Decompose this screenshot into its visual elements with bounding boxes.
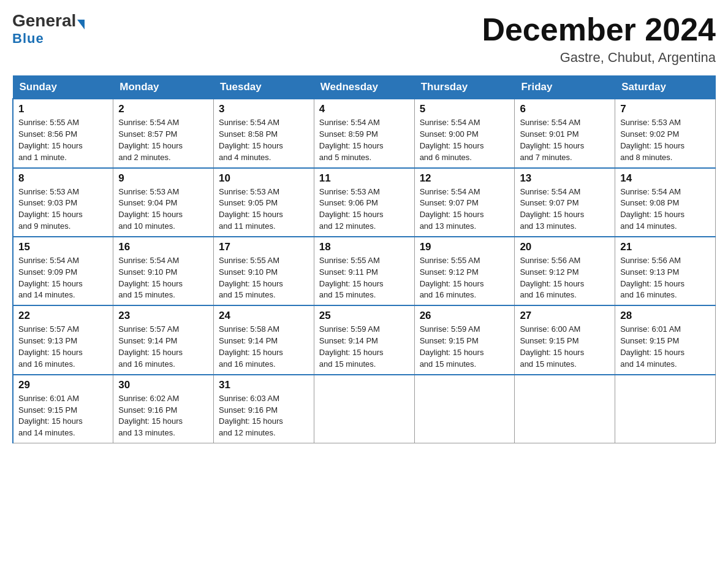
day-cell: 2Sunrise: 5:54 AMSunset: 8:57 PMDaylight… xyxy=(113,99,214,167)
month-title: December 2024 xyxy=(482,12,716,47)
day-info: Sunrise: 5:57 AMSunset: 9:13 PMDaylight:… xyxy=(18,324,108,370)
day-cell: 30Sunrise: 6:02 AMSunset: 9:16 PMDayligh… xyxy=(113,375,214,443)
day-cell: 24Sunrise: 5:58 AMSunset: 9:14 PMDayligh… xyxy=(214,305,314,374)
day-number: 21 xyxy=(620,241,710,253)
day-info: Sunrise: 5:54 AMSunset: 9:08 PMDaylight:… xyxy=(620,186,710,232)
week-row-1: 1Sunrise: 5:55 AMSunset: 8:56 PMDaylight… xyxy=(13,99,716,167)
day-cell: 20Sunrise: 5:56 AMSunset: 9:12 PMDayligh… xyxy=(515,237,615,305)
day-cell: 25Sunrise: 5:59 AMSunset: 9:14 PMDayligh… xyxy=(314,305,414,374)
day-info: Sunrise: 6:02 AMSunset: 9:16 PMDaylight:… xyxy=(118,393,208,439)
day-cell: 3Sunrise: 5:54 AMSunset: 8:58 PMDaylight… xyxy=(214,99,314,167)
day-number: 5 xyxy=(420,103,510,115)
day-info: Sunrise: 5:58 AMSunset: 9:14 PMDaylight:… xyxy=(219,324,309,370)
day-cell: 11Sunrise: 5:53 AMSunset: 9:06 PMDayligh… xyxy=(314,168,414,237)
day-cell: 6Sunrise: 5:54 AMSunset: 9:01 PMDaylight… xyxy=(515,99,615,167)
day-info: Sunrise: 5:53 AMSunset: 9:03 PMDaylight:… xyxy=(18,186,108,232)
day-info: Sunrise: 5:55 AMSunset: 9:10 PMDaylight:… xyxy=(219,255,309,301)
day-info: Sunrise: 5:54 AMSunset: 9:07 PMDaylight:… xyxy=(520,186,610,232)
day-number: 22 xyxy=(18,310,108,322)
day-cell xyxy=(615,375,716,443)
day-cell: 10Sunrise: 5:53 AMSunset: 9:05 PMDayligh… xyxy=(214,168,314,237)
week-row-3: 15Sunrise: 5:54 AMSunset: 9:09 PMDayligh… xyxy=(13,237,716,305)
header-tuesday: Tuesday xyxy=(214,76,314,99)
week-row-2: 8Sunrise: 5:53 AMSunset: 9:03 PMDaylight… xyxy=(13,168,716,237)
day-cell xyxy=(314,375,414,443)
day-info: Sunrise: 5:59 AMSunset: 9:15 PMDaylight:… xyxy=(420,324,510,370)
day-info: Sunrise: 5:56 AMSunset: 9:13 PMDaylight:… xyxy=(620,255,710,301)
header-sunday: Sunday xyxy=(13,76,113,99)
day-number: 13 xyxy=(520,172,610,185)
logo-general: General xyxy=(12,11,76,30)
day-info: Sunrise: 6:01 AMSunset: 9:15 PMDaylight:… xyxy=(18,393,108,439)
day-number: 11 xyxy=(319,172,409,185)
day-number: 12 xyxy=(420,172,510,185)
day-info: Sunrise: 5:54 AMSunset: 9:10 PMDaylight:… xyxy=(118,255,208,301)
logo-arrow-icon xyxy=(77,20,85,29)
day-number: 16 xyxy=(118,241,208,253)
logo: General Blue xyxy=(12,12,85,47)
day-number: 19 xyxy=(420,241,510,253)
page-header: General Blue December 2024 Gastre, Chubu… xyxy=(12,12,716,66)
day-number: 30 xyxy=(118,379,208,391)
day-cell: 14Sunrise: 5:54 AMSunset: 9:08 PMDayligh… xyxy=(615,168,716,237)
calendar-table: SundayMondayTuesdayWednesdayThursdayFrid… xyxy=(12,75,716,443)
day-number: 9 xyxy=(118,172,208,185)
day-cell: 18Sunrise: 5:55 AMSunset: 9:11 PMDayligh… xyxy=(314,237,414,305)
day-info: Sunrise: 5:54 AMSunset: 8:59 PMDaylight:… xyxy=(319,117,409,163)
day-cell: 17Sunrise: 5:55 AMSunset: 9:10 PMDayligh… xyxy=(214,237,314,305)
day-number: 1 xyxy=(18,103,108,115)
day-number: 3 xyxy=(219,103,309,115)
day-info: Sunrise: 5:55 AMSunset: 8:56 PMDaylight:… xyxy=(18,117,108,163)
day-cell xyxy=(515,375,615,443)
day-cell: 21Sunrise: 5:56 AMSunset: 9:13 PMDayligh… xyxy=(615,237,716,305)
day-cell: 22Sunrise: 5:57 AMSunset: 9:13 PMDayligh… xyxy=(13,305,113,374)
day-info: Sunrise: 5:53 AMSunset: 9:05 PMDaylight:… xyxy=(219,186,309,232)
day-cell: 9Sunrise: 5:53 AMSunset: 9:04 PMDaylight… xyxy=(113,168,214,237)
day-cell: 1Sunrise: 5:55 AMSunset: 8:56 PMDaylight… xyxy=(13,99,113,167)
logo-blue: Blue xyxy=(12,31,44,47)
day-number: 26 xyxy=(420,310,510,322)
day-cell: 5Sunrise: 5:54 AMSunset: 9:00 PMDaylight… xyxy=(414,99,515,167)
day-number: 8 xyxy=(18,172,108,185)
day-number: 31 xyxy=(219,379,309,391)
day-number: 7 xyxy=(620,103,710,115)
title-block: December 2024 Gastre, Chubut, Argentina xyxy=(482,12,716,66)
day-number: 2 xyxy=(118,103,208,115)
day-cell: 23Sunrise: 5:57 AMSunset: 9:14 PMDayligh… xyxy=(113,305,214,374)
day-cell: 31Sunrise: 6:03 AMSunset: 9:16 PMDayligh… xyxy=(214,375,314,443)
day-cell xyxy=(414,375,515,443)
calendar-header-row: SundayMondayTuesdayWednesdayThursdayFrid… xyxy=(13,76,716,99)
day-cell: 12Sunrise: 5:54 AMSunset: 9:07 PMDayligh… xyxy=(414,168,515,237)
location: Gastre, Chubut, Argentina xyxy=(482,50,716,66)
day-number: 10 xyxy=(219,172,309,185)
day-number: 24 xyxy=(219,310,309,322)
day-number: 29 xyxy=(18,379,108,391)
day-cell: 16Sunrise: 5:54 AMSunset: 9:10 PMDayligh… xyxy=(113,237,214,305)
day-info: Sunrise: 5:54 AMSunset: 8:58 PMDaylight:… xyxy=(219,117,309,163)
day-info: Sunrise: 5:55 AMSunset: 9:11 PMDaylight:… xyxy=(319,255,409,301)
day-number: 4 xyxy=(319,103,409,115)
header-wednesday: Wednesday xyxy=(314,76,414,99)
header-saturday: Saturday xyxy=(615,76,716,99)
day-info: Sunrise: 6:00 AMSunset: 9:15 PMDaylight:… xyxy=(520,324,610,370)
day-cell: 4Sunrise: 5:54 AMSunset: 8:59 PMDaylight… xyxy=(314,99,414,167)
day-info: Sunrise: 5:57 AMSunset: 9:14 PMDaylight:… xyxy=(118,324,208,370)
day-cell: 19Sunrise: 5:55 AMSunset: 9:12 PMDayligh… xyxy=(414,237,515,305)
header-monday: Monday xyxy=(113,76,214,99)
day-info: Sunrise: 5:54 AMSunset: 9:09 PMDaylight:… xyxy=(18,255,108,301)
day-cell: 8Sunrise: 5:53 AMSunset: 9:03 PMDaylight… xyxy=(13,168,113,237)
day-number: 15 xyxy=(18,241,108,253)
day-info: Sunrise: 5:56 AMSunset: 9:12 PMDaylight:… xyxy=(520,255,610,301)
day-info: Sunrise: 5:55 AMSunset: 9:12 PMDaylight:… xyxy=(420,255,510,301)
day-cell: 15Sunrise: 5:54 AMSunset: 9:09 PMDayligh… xyxy=(13,237,113,305)
day-info: Sunrise: 5:59 AMSunset: 9:14 PMDaylight:… xyxy=(319,324,409,370)
day-info: Sunrise: 5:54 AMSunset: 9:00 PMDaylight:… xyxy=(420,117,510,163)
header-thursday: Thursday xyxy=(414,76,515,99)
week-row-5: 29Sunrise: 6:01 AMSunset: 9:15 PMDayligh… xyxy=(13,375,716,443)
day-info: Sunrise: 5:53 AMSunset: 9:04 PMDaylight:… xyxy=(118,186,208,232)
day-number: 23 xyxy=(118,310,208,322)
week-row-4: 22Sunrise: 5:57 AMSunset: 9:13 PMDayligh… xyxy=(13,305,716,374)
day-number: 28 xyxy=(620,310,710,322)
day-info: Sunrise: 6:03 AMSunset: 9:16 PMDaylight:… xyxy=(219,393,309,439)
day-cell: 28Sunrise: 6:01 AMSunset: 9:15 PMDayligh… xyxy=(615,305,716,374)
